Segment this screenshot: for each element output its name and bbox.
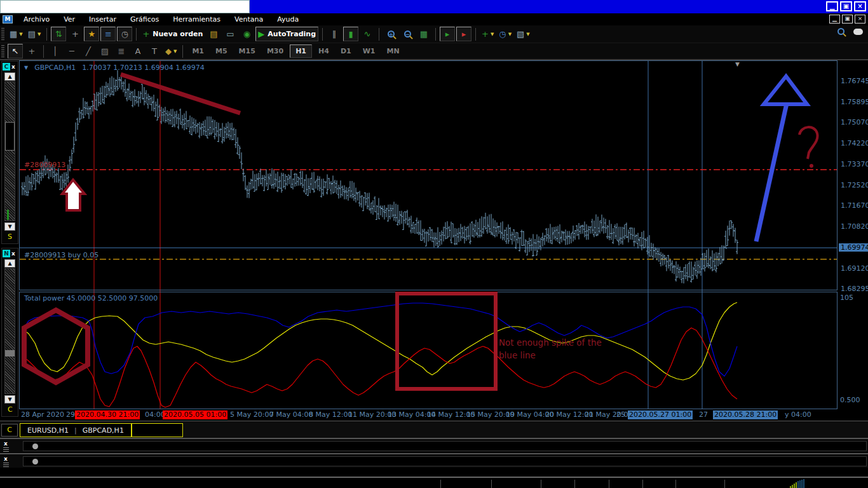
channel-button[interactable]: ▨: [97, 44, 112, 58]
chart-profiles-button[interactable]: ▤▼: [26, 27, 43, 41]
timeframe-h4[interactable]: H4: [313, 45, 334, 57]
menu-item-insertar[interactable]: Insertar: [82, 15, 123, 24]
templates-button[interactable]: ▧▼: [515, 27, 532, 41]
scroll-down-icon[interactable]: ▼: [4, 222, 15, 231]
new-order-button[interactable]: +Nueva orden: [140, 27, 205, 41]
horizontal-line-button[interactable]: ─: [64, 44, 79, 58]
menu-item-herramientas[interactable]: Herramientas: [166, 15, 227, 24]
chart-window[interactable]: ▼ GBPCAD,H1 1.70037 1.70213 1.69904 1.69…: [19, 60, 868, 421]
menu-item-ayuda[interactable]: Ayuda: [270, 15, 306, 24]
timeframe-w1[interactable]: W1: [358, 45, 381, 57]
connection-button[interactable]: ◉: [239, 27, 254, 41]
terminal-button[interactable]: ≡: [100, 27, 116, 41]
cursor-button[interactable]: ↖: [8, 44, 23, 58]
timeframe-m15[interactable]: M15: [234, 45, 261, 57]
scrollbar-track[interactable]: [4, 81, 15, 221]
tab-eurusd[interactable]: EURUSD,H1: [27, 426, 69, 435]
close-icon[interactable]: x: [11, 250, 15, 257]
scroll-down-icon[interactable]: ▼: [4, 395, 15, 403]
trendline-button[interactable]: ╱: [81, 44, 96, 58]
dropdown-arrow-icon[interactable]: ▼: [37, 32, 41, 37]
text-button[interactable]: A: [130, 44, 146, 58]
candlestick-button[interactable]: ▮: [343, 27, 358, 41]
dropdown-arrow-icon[interactable]: ▼: [526, 32, 529, 37]
bar-chart-button[interactable]: ‖: [327, 27, 342, 41]
question-mark-annotation[interactable]: [799, 127, 818, 159]
scroll-up-icon[interactable]: ▲: [4, 72, 15, 81]
tile-windows-button[interactable]: ▦: [416, 27, 431, 41]
timeframe-m5[interactable]: M5: [210, 45, 233, 57]
crosshair-button[interactable]: +: [24, 44, 39, 58]
timeframe-m1[interactable]: M1: [187, 45, 209, 57]
metaeditor-button[interactable]: ▤: [206, 27, 221, 41]
question-mark-dot[interactable]: [810, 164, 813, 168]
dropdown-arrow-icon[interactable]: ▼: [508, 32, 512, 37]
navigator-button[interactable]: ★: [84, 27, 99, 41]
new-chart-button[interactable]: ▦▼: [8, 27, 25, 41]
panel-grip[interactable]: [3, 447, 9, 452]
empty-tab-box[interactable]: [132, 423, 183, 437]
scrollbar-track[interactable]: [4, 268, 15, 394]
toolbar-grip[interactable]: [1, 45, 4, 58]
tab-gbpcad[interactable]: GBPCAD,H1: [83, 426, 124, 435]
timeframe-m30[interactable]: M30: [262, 45, 288, 57]
menu-item-gráficos[interactable]: Gráficos: [123, 15, 166, 24]
print-button[interactable]: ▭: [222, 27, 238, 41]
chat-icon[interactable]: [853, 29, 863, 35]
box-annotation[interactable]: [397, 294, 496, 389]
dropdown-arrow-icon[interactable]: ▼: [19, 32, 22, 37]
label-button[interactable]: T: [147, 44, 162, 58]
blue-arrow-shaft-annotation[interactable]: [756, 104, 787, 241]
autotrading-icon: ▶: [258, 29, 264, 39]
close-icon[interactable]: ×: [854, 1, 866, 11]
toolbar-grip[interactable]: [1, 28, 4, 41]
restore-icon[interactable]: ▣: [840, 1, 852, 11]
menu-item-ventana[interactable]: Ventana: [227, 15, 270, 24]
time-axis-label: y 04:00: [785, 410, 811, 419]
auto-scroll-button[interactable]: ▸: [440, 27, 455, 41]
child-close-icon[interactable]: ×: [855, 15, 865, 24]
scrollbar-thumb[interactable]: [5, 350, 15, 356]
indicators-button[interactable]: +▼: [480, 27, 496, 41]
chart-shift-button[interactable]: ▸: [456, 27, 471, 41]
timeframe-h1[interactable]: H1: [290, 44, 312, 58]
blue-arrow-head-annotation[interactable]: [764, 76, 807, 104]
child-minimize-icon[interactable]: ▁: [829, 15, 840, 24]
timeframe-mn[interactable]: MN: [381, 45, 404, 57]
scroll-up-icon[interactable]: ▲: [4, 259, 15, 268]
strategy-tester-button[interactable]: ◷: [117, 27, 132, 41]
periods-button[interactable]: ◷▼: [497, 27, 513, 41]
vertical-line-button[interactable]: │: [48, 44, 63, 58]
chevron-down-icon[interactable]: ▼: [24, 65, 28, 71]
note-annotation[interactable]: Not enough spike of the blue line: [499, 336, 602, 362]
crosshair-window-button[interactable]: +: [67, 27, 83, 41]
close-icon[interactable]: x: [4, 456, 8, 462]
arrows-button[interactable]: ◆▼: [163, 44, 179, 58]
zoom-in-button[interactable]: +: [383, 27, 398, 41]
line-chart-button[interactable]: ∿: [360, 27, 375, 41]
dropdown-arrow-icon[interactable]: ▼: [491, 32, 494, 37]
close-icon[interactable]: x: [11, 64, 15, 70]
price-bars-series: [21, 71, 738, 284]
title-bar-white-area: [0, 0, 250, 13]
autotrading-button[interactable]: ▶AutoTrading: [255, 27, 318, 41]
market-watch-button[interactable]: ⇅: [51, 27, 66, 41]
auto-scroll-icon: ▸: [445, 29, 450, 39]
search-icon[interactable]: [837, 28, 844, 35]
chart-shift-marker-icon[interactable]: ▼: [735, 61, 740, 67]
minimized-window-box[interactable]: C: [1, 424, 18, 437]
panel-grip[interactable]: [3, 463, 9, 467]
up-arrow-annotation[interactable]: [62, 180, 85, 210]
buy-order-label: #28009913 buy 0.05: [24, 251, 98, 259]
timeframe-d1[interactable]: D1: [336, 45, 356, 57]
fibonacci-button[interactable]: ≣: [114, 44, 129, 58]
minimize-icon[interactable]: ▁: [826, 1, 838, 11]
menu-item-ver[interactable]: Ver: [57, 15, 82, 24]
close-icon[interactable]: x: [4, 440, 8, 447]
child-restore-icon[interactable]: ▣: [842, 15, 853, 24]
zoom-out-button[interactable]: −: [400, 27, 415, 41]
menu-item-archivo[interactable]: Archivo: [17, 15, 57, 24]
scrollbar-thumb[interactable]: [5, 122, 15, 151]
chart-canvas[interactable]: [19, 60, 868, 421]
dropdown-arrow-icon[interactable]: ▼: [173, 49, 177, 54]
